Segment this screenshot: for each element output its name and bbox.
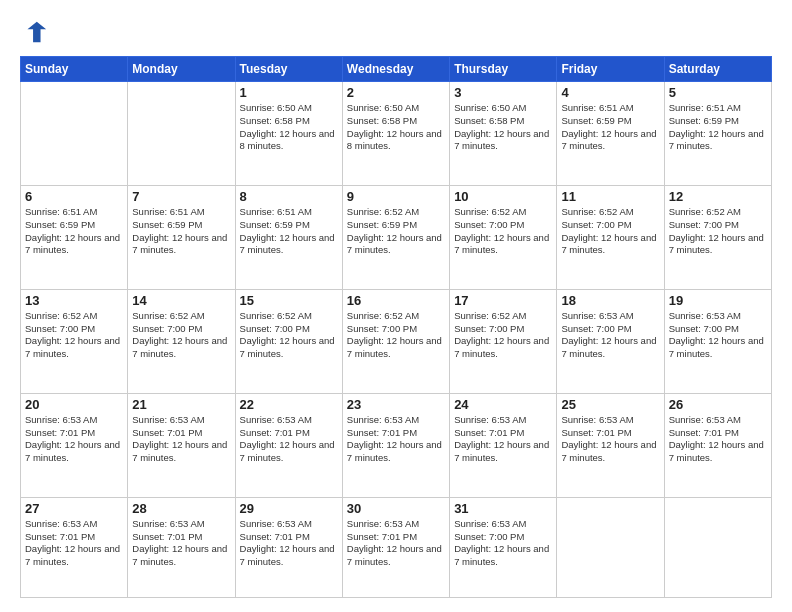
calendar-cell: 13Sunrise: 6:52 AMSunset: 7:00 PMDayligh… xyxy=(21,289,128,393)
page: SundayMondayTuesdayWednesdayThursdayFrid… xyxy=(0,0,792,612)
calendar-body: 1Sunrise: 6:50 AMSunset: 6:58 PMDaylight… xyxy=(21,82,772,598)
cell-info: Sunrise: 6:53 AMSunset: 7:00 PMDaylight:… xyxy=(669,310,767,361)
cell-info: Sunrise: 6:53 AMSunset: 7:01 PMDaylight:… xyxy=(25,414,123,465)
day-number: 25 xyxy=(561,397,659,412)
cell-info: Sunrise: 6:53 AMSunset: 7:01 PMDaylight:… xyxy=(240,518,338,569)
calendar-cell: 24Sunrise: 6:53 AMSunset: 7:01 PMDayligh… xyxy=(450,393,557,497)
svg-marker-0 xyxy=(27,22,46,43)
day-number: 7 xyxy=(132,189,230,204)
calendar-cell: 3Sunrise: 6:50 AMSunset: 6:58 PMDaylight… xyxy=(450,82,557,186)
calendar-cell: 4Sunrise: 6:51 AMSunset: 6:59 PMDaylight… xyxy=(557,82,664,186)
cell-info: Sunrise: 6:50 AMSunset: 6:58 PMDaylight:… xyxy=(454,102,552,153)
day-number: 24 xyxy=(454,397,552,412)
weekday-header-row: SundayMondayTuesdayWednesdayThursdayFrid… xyxy=(21,57,772,82)
calendar-cell: 5Sunrise: 6:51 AMSunset: 6:59 PMDaylight… xyxy=(664,82,771,186)
day-number: 8 xyxy=(240,189,338,204)
cell-info: Sunrise: 6:51 AMSunset: 6:59 PMDaylight:… xyxy=(240,206,338,257)
day-number: 18 xyxy=(561,293,659,308)
calendar-cell: 1Sunrise: 6:50 AMSunset: 6:58 PMDaylight… xyxy=(235,82,342,186)
day-number: 29 xyxy=(240,501,338,516)
day-number: 21 xyxy=(132,397,230,412)
weekday-thursday: Thursday xyxy=(450,57,557,82)
cell-info: Sunrise: 6:53 AMSunset: 7:01 PMDaylight:… xyxy=(454,414,552,465)
cell-info: Sunrise: 6:50 AMSunset: 6:58 PMDaylight:… xyxy=(347,102,445,153)
day-number: 1 xyxy=(240,85,338,100)
calendar-cell: 23Sunrise: 6:53 AMSunset: 7:01 PMDayligh… xyxy=(342,393,449,497)
weekday-monday: Monday xyxy=(128,57,235,82)
calendar-cell: 10Sunrise: 6:52 AMSunset: 7:00 PMDayligh… xyxy=(450,185,557,289)
day-number: 11 xyxy=(561,189,659,204)
calendar-cell: 6Sunrise: 6:51 AMSunset: 6:59 PMDaylight… xyxy=(21,185,128,289)
day-number: 28 xyxy=(132,501,230,516)
calendar-cell: 2Sunrise: 6:50 AMSunset: 6:58 PMDaylight… xyxy=(342,82,449,186)
calendar-cell: 14Sunrise: 6:52 AMSunset: 7:00 PMDayligh… xyxy=(128,289,235,393)
week-row-1: 1Sunrise: 6:50 AMSunset: 6:58 PMDaylight… xyxy=(21,82,772,186)
cell-info: Sunrise: 6:51 AMSunset: 6:59 PMDaylight:… xyxy=(132,206,230,257)
day-number: 20 xyxy=(25,397,123,412)
day-number: 15 xyxy=(240,293,338,308)
cell-info: Sunrise: 6:53 AMSunset: 7:01 PMDaylight:… xyxy=(669,414,767,465)
calendar-cell: 9Sunrise: 6:52 AMSunset: 6:59 PMDaylight… xyxy=(342,185,449,289)
cell-info: Sunrise: 6:52 AMSunset: 7:00 PMDaylight:… xyxy=(669,206,767,257)
day-number: 12 xyxy=(669,189,767,204)
cell-info: Sunrise: 6:50 AMSunset: 6:58 PMDaylight:… xyxy=(240,102,338,153)
cell-info: Sunrise: 6:52 AMSunset: 7:00 PMDaylight:… xyxy=(347,310,445,361)
cell-info: Sunrise: 6:53 AMSunset: 7:00 PMDaylight:… xyxy=(561,310,659,361)
weekday-friday: Friday xyxy=(557,57,664,82)
week-row-4: 20Sunrise: 6:53 AMSunset: 7:01 PMDayligh… xyxy=(21,393,772,497)
calendar-cell xyxy=(664,497,771,597)
calendar-cell: 11Sunrise: 6:52 AMSunset: 7:00 PMDayligh… xyxy=(557,185,664,289)
day-number: 2 xyxy=(347,85,445,100)
calendar-cell: 27Sunrise: 6:53 AMSunset: 7:01 PMDayligh… xyxy=(21,497,128,597)
cell-info: Sunrise: 6:53 AMSunset: 7:01 PMDaylight:… xyxy=(132,518,230,569)
day-number: 3 xyxy=(454,85,552,100)
cell-info: Sunrise: 6:51 AMSunset: 6:59 PMDaylight:… xyxy=(561,102,659,153)
day-number: 19 xyxy=(669,293,767,308)
weekday-tuesday: Tuesday xyxy=(235,57,342,82)
calendar-cell xyxy=(128,82,235,186)
calendar-cell xyxy=(557,497,664,597)
calendar-cell: 26Sunrise: 6:53 AMSunset: 7:01 PMDayligh… xyxy=(664,393,771,497)
weekday-saturday: Saturday xyxy=(664,57,771,82)
calendar-cell: 8Sunrise: 6:51 AMSunset: 6:59 PMDaylight… xyxy=(235,185,342,289)
week-row-3: 13Sunrise: 6:52 AMSunset: 7:00 PMDayligh… xyxy=(21,289,772,393)
day-number: 27 xyxy=(25,501,123,516)
calendar-cell: 12Sunrise: 6:52 AMSunset: 7:00 PMDayligh… xyxy=(664,185,771,289)
cell-info: Sunrise: 6:51 AMSunset: 6:59 PMDaylight:… xyxy=(25,206,123,257)
day-number: 13 xyxy=(25,293,123,308)
calendar-cell: 17Sunrise: 6:52 AMSunset: 7:00 PMDayligh… xyxy=(450,289,557,393)
cell-info: Sunrise: 6:53 AMSunset: 7:01 PMDaylight:… xyxy=(240,414,338,465)
cell-info: Sunrise: 6:53 AMSunset: 7:01 PMDaylight:… xyxy=(347,414,445,465)
calendar-cell xyxy=(21,82,128,186)
day-number: 9 xyxy=(347,189,445,204)
day-number: 23 xyxy=(347,397,445,412)
calendar-cell: 22Sunrise: 6:53 AMSunset: 7:01 PMDayligh… xyxy=(235,393,342,497)
day-number: 22 xyxy=(240,397,338,412)
cell-info: Sunrise: 6:52 AMSunset: 7:00 PMDaylight:… xyxy=(25,310,123,361)
cell-info: Sunrise: 6:52 AMSunset: 7:00 PMDaylight:… xyxy=(561,206,659,257)
cell-info: Sunrise: 6:53 AMSunset: 7:01 PMDaylight:… xyxy=(561,414,659,465)
cell-info: Sunrise: 6:53 AMSunset: 7:00 PMDaylight:… xyxy=(454,518,552,569)
day-number: 6 xyxy=(25,189,123,204)
cell-info: Sunrise: 6:53 AMSunset: 7:01 PMDaylight:… xyxy=(347,518,445,569)
day-number: 10 xyxy=(454,189,552,204)
cell-info: Sunrise: 6:51 AMSunset: 6:59 PMDaylight:… xyxy=(669,102,767,153)
logo-icon xyxy=(20,18,48,46)
day-number: 26 xyxy=(669,397,767,412)
calendar-cell: 25Sunrise: 6:53 AMSunset: 7:01 PMDayligh… xyxy=(557,393,664,497)
cell-info: Sunrise: 6:52 AMSunset: 6:59 PMDaylight:… xyxy=(347,206,445,257)
calendar-cell: 7Sunrise: 6:51 AMSunset: 6:59 PMDaylight… xyxy=(128,185,235,289)
calendar-cell: 16Sunrise: 6:52 AMSunset: 7:00 PMDayligh… xyxy=(342,289,449,393)
day-number: 5 xyxy=(669,85,767,100)
cell-info: Sunrise: 6:52 AMSunset: 7:00 PMDaylight:… xyxy=(240,310,338,361)
calendar-cell: 28Sunrise: 6:53 AMSunset: 7:01 PMDayligh… xyxy=(128,497,235,597)
calendar-cell: 30Sunrise: 6:53 AMSunset: 7:01 PMDayligh… xyxy=(342,497,449,597)
calendar-cell: 29Sunrise: 6:53 AMSunset: 7:01 PMDayligh… xyxy=(235,497,342,597)
day-number: 16 xyxy=(347,293,445,308)
calendar-cell: 19Sunrise: 6:53 AMSunset: 7:00 PMDayligh… xyxy=(664,289,771,393)
calendar-table: SundayMondayTuesdayWednesdayThursdayFrid… xyxy=(20,56,772,598)
cell-info: Sunrise: 6:53 AMSunset: 7:01 PMDaylight:… xyxy=(25,518,123,569)
week-row-2: 6Sunrise: 6:51 AMSunset: 6:59 PMDaylight… xyxy=(21,185,772,289)
day-number: 31 xyxy=(454,501,552,516)
weekday-sunday: Sunday xyxy=(21,57,128,82)
